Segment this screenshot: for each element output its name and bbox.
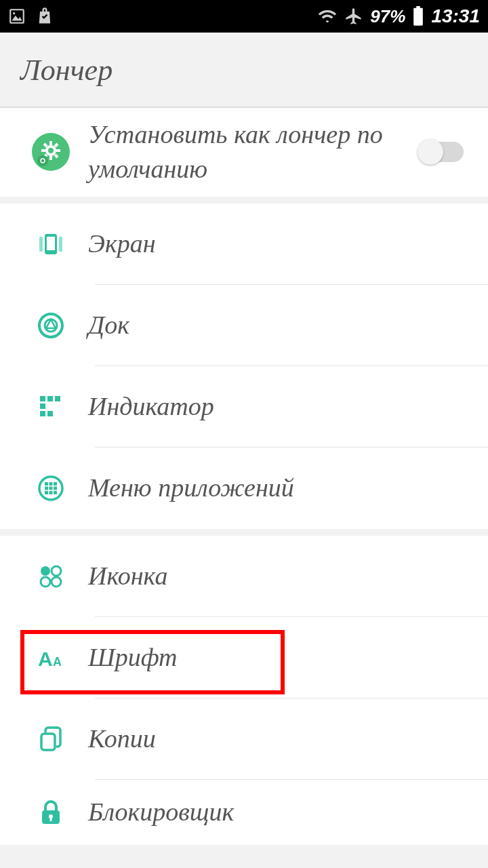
svg-point-39 xyxy=(41,566,50,576)
battery-percent: 97% xyxy=(370,6,405,27)
svg-rect-27 xyxy=(40,411,45,416)
svg-rect-36 xyxy=(45,491,48,494)
row-indicator-label: Индикатор xyxy=(88,389,474,424)
settings-gear-badge-icon xyxy=(31,132,70,172)
svg-rect-32 xyxy=(54,482,57,486)
row-indicator[interactable]: Индикатор xyxy=(0,366,488,448)
copies-icon xyxy=(37,726,64,753)
svg-line-13 xyxy=(55,144,58,146)
indicator-icon xyxy=(38,394,64,420)
svg-rect-34 xyxy=(49,486,53,490)
lock-icon xyxy=(39,799,63,826)
row-blocker-label: Блокировщик xyxy=(88,795,474,829)
row-default-launcher-label: Установить как лончер по умолчанию xyxy=(88,117,419,187)
svg-point-40 xyxy=(52,566,61,576)
screen-icon xyxy=(37,230,65,258)
status-bar: 97% 13:31 xyxy=(0,0,488,33)
row-blocker[interactable]: Блокировщик xyxy=(0,780,488,845)
page-header: Лончер xyxy=(0,33,488,108)
image-icon xyxy=(8,7,26,25)
row-app-menu-label: Меню приложений xyxy=(88,471,474,505)
svg-rect-48 xyxy=(50,817,52,821)
svg-rect-35 xyxy=(54,486,57,490)
svg-point-15 xyxy=(37,155,48,166)
row-copies[interactable]: Копии xyxy=(0,698,488,780)
row-copies-label: Копии xyxy=(88,722,474,756)
svg-rect-25 xyxy=(55,396,60,401)
shapes-icon xyxy=(37,563,64,590)
svg-rect-33 xyxy=(45,486,48,490)
svg-point-42 xyxy=(52,577,61,587)
dock-icon xyxy=(37,312,64,339)
row-app-menu[interactable]: Меню приложений xyxy=(0,448,488,529)
svg-point-2 xyxy=(13,12,15,14)
section-gap xyxy=(0,197,488,203)
svg-rect-26 xyxy=(40,403,45,409)
row-dock-label: Док xyxy=(88,308,474,342)
svg-point-21 xyxy=(39,314,62,337)
svg-point-41 xyxy=(41,577,50,587)
svg-line-11 xyxy=(44,144,47,146)
svg-rect-3 xyxy=(414,8,424,26)
battery-icon xyxy=(412,6,424,26)
shopping-bag-icon xyxy=(35,7,54,26)
row-icon-label: Иконка xyxy=(88,559,474,593)
row-font-label: Шрифт xyxy=(88,640,474,675)
svg-rect-28 xyxy=(47,411,53,416)
row-dock[interactable]: Док xyxy=(0,285,488,366)
svg-rect-31 xyxy=(49,482,53,486)
svg-rect-37 xyxy=(49,491,53,494)
page-title: Лончер xyxy=(20,53,468,87)
svg-rect-19 xyxy=(39,237,43,252)
svg-rect-4 xyxy=(417,6,420,9)
airplane-icon xyxy=(344,7,363,26)
svg-rect-18 xyxy=(47,237,55,250)
svg-point-5 xyxy=(32,133,70,171)
svg-marker-1 xyxy=(12,16,22,21)
svg-text:A: A xyxy=(53,655,62,669)
svg-rect-45 xyxy=(41,734,55,750)
svg-rect-0 xyxy=(10,9,24,23)
app-grid-icon xyxy=(37,475,64,502)
wifi-icon xyxy=(317,8,338,24)
svg-point-22 xyxy=(45,319,57,332)
row-default-launcher[interactable]: Установить как лончер по умолчанию xyxy=(0,108,488,197)
default-launcher-toggle[interactable] xyxy=(419,142,464,162)
section-gap xyxy=(0,529,488,536)
row-icon[interactable]: Иконка xyxy=(0,536,488,617)
row-font[interactable]: A A Шрифт xyxy=(0,617,488,698)
row-screen[interactable]: Экран xyxy=(0,203,488,285)
svg-rect-24 xyxy=(47,396,53,401)
row-screen-label: Экран xyxy=(88,226,474,261)
svg-rect-38 xyxy=(54,491,57,494)
svg-line-12 xyxy=(55,155,58,157)
clock-time: 13:31 xyxy=(431,5,480,27)
svg-rect-20 xyxy=(59,237,62,252)
svg-rect-23 xyxy=(40,396,45,401)
font-icon: A A xyxy=(37,646,65,670)
svg-text:A: A xyxy=(38,648,53,670)
svg-rect-30 xyxy=(45,482,48,486)
